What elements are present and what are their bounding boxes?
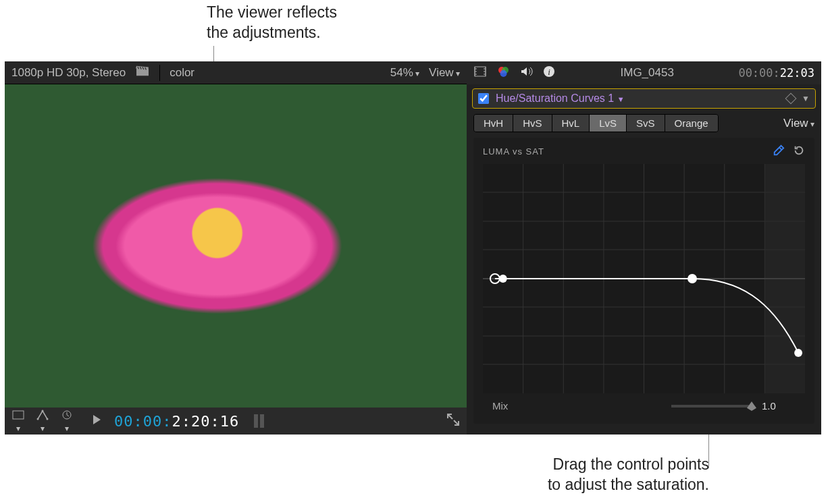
- inspector-pane: i IMG_0453 00:00:22:03 Hue/Saturation Cu…: [467, 61, 821, 435]
- duration-bright: 22:03: [780, 66, 814, 80]
- audio-meter-icon: [254, 414, 264, 428]
- duration-dim: 00:00:: [738, 66, 779, 80]
- inspector-view-menu[interactable]: View: [783, 117, 814, 130]
- timecode-bright: 2:20:16: [172, 413, 239, 430]
- tab-hvh[interactable]: HvH: [474, 115, 513, 132]
- info-inspector-icon[interactable]: i: [542, 65, 556, 82]
- chevron-down-icon[interactable]: ▼: [802, 94, 810, 103]
- mix-value[interactable]: 1.0: [762, 400, 796, 412]
- video-inspector-icon[interactable]: [473, 65, 487, 82]
- keyframe-icon[interactable]: [785, 93, 797, 105]
- view-menu[interactable]: View: [429, 66, 460, 80]
- tab-hvl[interactable]: HvL: [552, 115, 590, 132]
- callout-curve: Drag the control points to adjust the sa…: [520, 455, 709, 495]
- curve-title: LUMA vs SAT: [483, 146, 544, 157]
- retime-menu-icon[interactable]: [60, 408, 74, 435]
- mix-label: Mix: [492, 400, 508, 412]
- viewer-bottombar: 00:00:2:20:16: [5, 408, 467, 435]
- svg-point-2: [42, 410, 44, 412]
- fullscreen-icon[interactable]: [446, 413, 460, 430]
- effect-enable-checkbox[interactable]: [478, 93, 489, 104]
- zoom-menu[interactable]: 54%: [390, 66, 419, 80]
- mix-row: Mix 1.0: [483, 393, 805, 414]
- clapperboard-icon[interactable]: [135, 65, 150, 80]
- eyedropper-icon[interactable]: [773, 144, 785, 159]
- svg-text:i: i: [548, 67, 550, 77]
- timecode-dim: 00:00:: [114, 413, 172, 430]
- curve-grid[interactable]: [483, 164, 805, 393]
- svg-point-8: [500, 70, 507, 77]
- inspector-clip-name: IMG_0453: [565, 66, 729, 80]
- curve-editor: LUMA vs SAT: [473, 138, 814, 424]
- color-inspector-icon[interactable]: [496, 65, 510, 82]
- transform-menu-icon[interactable]: [36, 408, 49, 435]
- clip-name-label: color: [170, 66, 194, 80]
- tab-orange[interactable]: Orange: [665, 115, 718, 132]
- preview-image: [5, 84, 467, 408]
- viewer-topbar: 1080p HD 30p, Stereo color 54% View: [5, 61, 467, 84]
- effect-name-label[interactable]: Hue/Saturation Curves 1 ▼: [496, 92, 625, 105]
- frame-size-menu-icon[interactable]: [11, 408, 25, 435]
- viewer-timecode[interactable]: 00:00:2:20:16: [114, 413, 239, 430]
- svg-rect-0: [13, 411, 24, 419]
- curve-point-2: [688, 274, 697, 283]
- inspector-duration: 00:00:22:03: [738, 66, 814, 80]
- svg-point-1: [37, 418, 39, 420]
- mix-slider-thumb[interactable]: [747, 401, 756, 411]
- viewer-pane: 1080p HD 30p, Stereo color 54% View: [5, 61, 467, 435]
- curve-point-3: [794, 349, 802, 357]
- svg-point-3: [47, 418, 49, 420]
- audio-inspector-icon[interactable]: [519, 65, 533, 82]
- clip-format-label: 1080p HD 30p, Stereo: [11, 66, 126, 80]
- mix-slider[interactable]: [671, 405, 752, 408]
- tab-lvs[interactable]: LvS: [590, 115, 627, 132]
- tab-svs[interactable]: SvS: [627, 115, 665, 132]
- callout-viewer: The viewer reflects the adjustments.: [207, 3, 337, 43]
- effect-header-row[interactable]: Hue/Saturation Curves 1 ▼ ▼: [472, 88, 816, 109]
- tab-hvs[interactable]: HvS: [513, 115, 552, 132]
- curve-tabs: HvH HvS HvL LvS SvS Orange: [473, 114, 719, 132]
- curve-point-1: [499, 275, 507, 283]
- curve-tabs-row: HvH HvS HvL LvS SvS Orange View: [467, 111, 821, 138]
- reset-icon[interactable]: [793, 144, 805, 159]
- inspector-topbar: i IMG_0453 00:00:22:03: [467, 61, 821, 84]
- play-button-icon[interactable]: [90, 414, 103, 428]
- app-frame: 1080p HD 30p, Stereo color 54% View: [5, 61, 821, 435]
- viewer-canvas[interactable]: [5, 84, 467, 408]
